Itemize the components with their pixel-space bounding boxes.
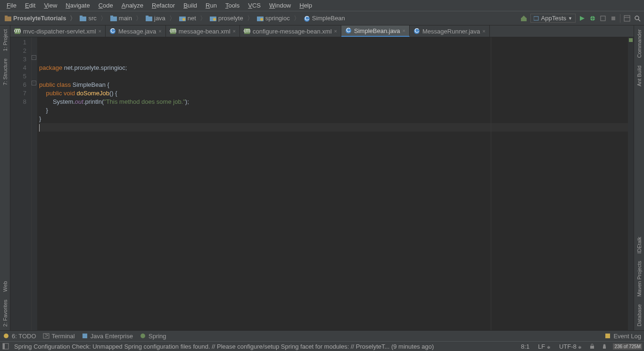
bottom-tool-tab[interactable]: >Terminal <box>43 333 75 340</box>
tool-window-tab[interactable]: Maven Projects <box>636 257 643 301</box>
menu-navigate[interactable]: Navigate <box>62 1 93 10</box>
error-stripe[interactable] <box>628 37 634 330</box>
right-tool-stripe: CommanderAnt BuildIDEtalkMaven ProjectsD… <box>634 25 644 330</box>
tool-window-tab[interactable]: Database <box>636 301 643 330</box>
bottom-tool-tab[interactable]: Java Enterprise <box>82 333 133 340</box>
status-bar: Spring Configuration Check: Unmapped Spr… <box>0 341 644 351</box>
file-type-icon: xml <box>244 28 250 34</box>
menu-edit[interactable]: Edit <box>21 1 39 10</box>
close-icon[interactable]: × <box>233 28 236 34</box>
tool-window-tab[interactable]: Ant Build <box>636 62 643 90</box>
bottom-tool-tab[interactable]: 6: TODO <box>3 333 36 340</box>
debug-icon[interactable] <box>589 15 596 22</box>
breadcrumb-item[interactable]: ProselyteTutorials〉 <box>3 13 78 24</box>
menu-view[interactable]: View <box>40 1 61 10</box>
coverage-icon[interactable] <box>599 15 607 22</box>
breadcrumb-item[interactable]: proselyte〉 <box>208 13 255 24</box>
editor[interactable]: 12345678 − − package net.proselyte.sprin… <box>10 37 634 330</box>
menu-window[interactable]: Window <box>265 1 295 10</box>
close-icon[interactable]: × <box>158 28 161 34</box>
run-config-label: AppTests <box>541 15 566 22</box>
line-separator[interactable]: LF ≑ <box>536 343 553 350</box>
breadcrumb-item[interactable]: CSimpleBean <box>302 14 347 23</box>
event-log-tab[interactable]: Event Log <box>604 333 641 340</box>
hector-icon[interactable] <box>601 343 608 350</box>
menu-run[interactable]: Run <box>202 1 221 10</box>
menu-code[interactable]: Code <box>95 1 117 10</box>
menu-tools[interactable]: Tools <box>222 1 243 10</box>
file-encoding[interactable]: UTF-8 ≑ <box>557 343 584 350</box>
svg-text:xml: xml <box>244 28 250 34</box>
svg-rect-18 <box>534 17 538 20</box>
tool-window-tab[interactable]: 7: Structure <box>1 55 9 89</box>
menu-vcs[interactable]: VCS <box>244 1 264 10</box>
menu-analyze[interactable]: Analyze <box>118 1 147 10</box>
run-icon[interactable] <box>578 15 586 22</box>
fold-gutter[interactable]: − − <box>32 37 37 330</box>
layout-icon[interactable] <box>623 15 631 22</box>
close-icon[interactable]: × <box>99 28 101 34</box>
editor-tab[interactable]: CMessageRunner.java× <box>410 25 490 37</box>
cursor-position[interactable]: 8:1 <box>519 343 531 350</box>
run-config-selector[interactable]: AppTests ▼ <box>530 14 576 23</box>
breadcrumb-item[interactable]: src〉 <box>78 13 108 24</box>
breadcrumb-item[interactable]: net〉 <box>177 13 208 24</box>
tool-window-toggle-icon[interactable] <box>2 343 9 350</box>
svg-point-11 <box>213 18 216 21</box>
menu-file[interactable]: File <box>3 1 20 10</box>
breadcrumb-item[interactable]: springioc〉 <box>255 13 302 24</box>
svg-rect-7 <box>146 16 149 17</box>
svg-rect-16 <box>521 18 527 21</box>
svg-text:xml: xml <box>170 28 176 34</box>
tool-window-tab[interactable]: 1: Project <box>1 25 9 55</box>
close-icon[interactable]: × <box>403 28 405 33</box>
breadcrumb-item[interactable]: java〉 <box>144 13 177 24</box>
build-icon[interactable] <box>520 15 528 22</box>
editor-tab[interactable]: xmlconfigure-message-bean.xml× <box>240 25 341 37</box>
svg-rect-1 <box>5 16 8 17</box>
file-type-icon: C <box>413 28 420 34</box>
svg-point-9 <box>182 18 185 21</box>
editor-tab[interactable]: xmlmvc-dispatcher-servlet.xml× <box>10 25 106 37</box>
svg-point-45 <box>140 334 145 338</box>
lock-icon[interactable] <box>588 343 596 350</box>
navigation-bar: ProselyteTutorials〉src〉main〉java〉net〉pro… <box>0 11 644 25</box>
menu-refactor[interactable]: Refactor <box>148 1 179 10</box>
file-type-icon: xml <box>170 28 176 34</box>
breadcrumb-item[interactable]: main〉 <box>108 13 144 24</box>
svg-point-41 <box>4 334 8 338</box>
file-type-icon: C <box>345 27 352 34</box>
right-margin-line <box>491 37 491 330</box>
svg-text:C: C <box>110 28 115 34</box>
bottom-tool-tab[interactable]: Spring <box>140 333 166 340</box>
memory-indicator[interactable]: 236 of 725M <box>613 343 642 350</box>
main-menu-bar: FileEditViewNavigateCodeAnalyzeRefactorB… <box>0 0 644 11</box>
search-icon[interactable] <box>634 15 641 22</box>
stop-icon[interactable] <box>610 15 617 22</box>
todo-icon <box>3 333 9 339</box>
status-message[interactable]: Spring Configuration Check: Unmapped Spr… <box>14 343 514 350</box>
code-area[interactable]: package net.proselyte.springioc;public c… <box>37 37 628 330</box>
svg-rect-46 <box>605 334 610 338</box>
close-icon[interactable]: × <box>334 28 337 34</box>
svg-rect-5 <box>110 16 113 17</box>
left-tool-stripe: 1: Project7: StructureWeb2: Favorites <box>0 25 10 330</box>
tool-window-tab[interactable]: Commander <box>636 25 643 62</box>
tool-window-tab[interactable]: IDEtalk <box>636 233 643 257</box>
editor-tab[interactable]: xmlmessage-bean.xml× <box>166 25 240 37</box>
editor-tab[interactable]: CMessage.java× <box>106 25 166 37</box>
svg-marker-17 <box>521 16 526 18</box>
breadcrumb[interactable]: ProselyteTutorials〉src〉main〉java〉net〉pro… <box>3 13 520 24</box>
svg-text:xml: xml <box>14 28 21 34</box>
tool-window-tab[interactable]: 2: Favorites <box>1 296 9 330</box>
menu-help[interactable]: Help <box>296 1 316 10</box>
close-icon[interactable]: × <box>482 28 485 34</box>
svg-rect-23 <box>601 16 605 21</box>
svg-rect-3 <box>80 16 83 17</box>
editor-tab[interactable]: CSimpleBean.java× <box>341 25 410 37</box>
line-number-gutter[interactable]: 12345678 <box>10 37 32 330</box>
menu-build[interactable]: Build <box>180 1 201 10</box>
svg-rect-24 <box>611 17 615 20</box>
svg-point-50 <box>603 344 606 347</box>
tool-window-tab[interactable]: Web <box>1 277 9 295</box>
